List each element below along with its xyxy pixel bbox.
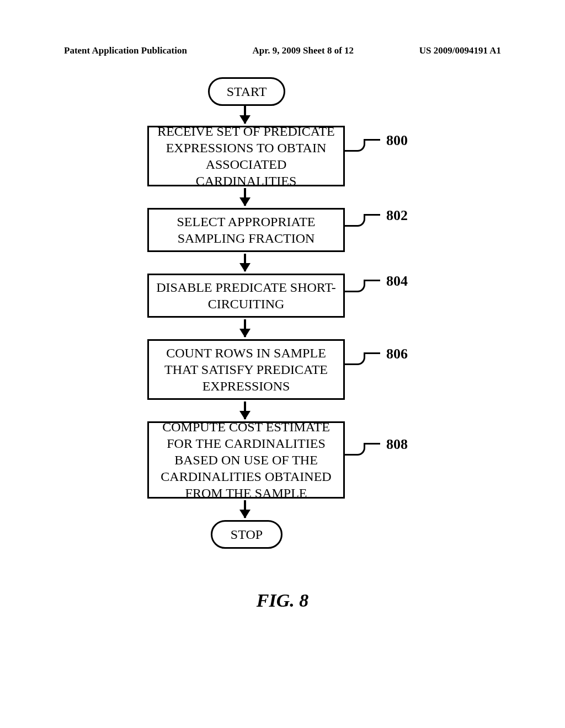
- arrow-icon: [244, 500, 246, 518]
- ref-label-804: 804: [386, 273, 408, 290]
- header-center: Apr. 9, 2009 Sheet 8 of 12: [253, 45, 354, 56]
- leader-line-icon: [345, 139, 365, 152]
- ref-label-806: 806: [386, 346, 408, 362]
- header-left: Patent Application Publication: [64, 45, 187, 56]
- arrow-icon: [244, 188, 246, 206]
- leader-line-icon: [345, 214, 365, 227]
- process-step-804: DISABLE PREDICATE SHORT-CIRCUITING: [147, 274, 345, 318]
- process-step-802: SELECT APPROPRIATE SAMPLING FRACTION: [147, 208, 345, 252]
- ref-label-800: 800: [386, 132, 408, 149]
- arrow-icon: [244, 319, 246, 337]
- arrow-icon: [244, 106, 246, 124]
- leader-line-icon: [364, 280, 380, 281]
- process-step-800: RECEIVE SET OF PREDICATE EXPRESSIONS TO …: [147, 126, 345, 186]
- terminal-stop-label: STOP: [231, 527, 263, 542]
- ref-label-802: 802: [386, 207, 408, 224]
- leader-line-icon: [345, 352, 365, 365]
- process-step-806: COUNT ROWS IN SAMPLE THAT SATISFY PREDIC…: [147, 339, 345, 400]
- terminal-start: START: [208, 77, 285, 106]
- page-header: Patent Application Publication Apr. 9, 2…: [64, 45, 501, 56]
- terminal-start-label: START: [227, 84, 267, 99]
- figure-caption: FIG. 8: [0, 590, 565, 611]
- header-right: US 2009/0094191 A1: [419, 45, 501, 56]
- leader-line-icon: [345, 280, 365, 292]
- terminal-stop: STOP: [211, 520, 282, 549]
- process-text: DISABLE PREDICATE SHORT-CIRCUITING: [154, 279, 338, 312]
- process-text: SELECT APPROPRIATE SAMPLING FRACTION: [154, 213, 338, 247]
- leader-line-icon: [345, 443, 365, 456]
- leader-line-icon: [364, 443, 380, 445]
- arrow-icon: [244, 254, 246, 271]
- arrow-icon: [244, 402, 246, 419]
- leader-line-icon: [364, 214, 380, 216]
- leader-line-icon: [364, 352, 380, 354]
- process-text: COMPUTE COST ESTIMATE FOR THE CARDINALIT…: [154, 419, 338, 501]
- process-step-808: COMPUTE COST ESTIMATE FOR THE CARDINALIT…: [147, 421, 345, 499]
- page: Patent Application Publication Apr. 9, 2…: [0, 0, 565, 728]
- ref-label-808: 808: [386, 436, 408, 453]
- process-text: RECEIVE SET OF PREDICATE EXPRESSIONS TO …: [154, 123, 338, 189]
- leader-line-icon: [364, 139, 380, 141]
- process-text: COUNT ROWS IN SAMPLE THAT SATISFY PREDIC…: [154, 345, 338, 394]
